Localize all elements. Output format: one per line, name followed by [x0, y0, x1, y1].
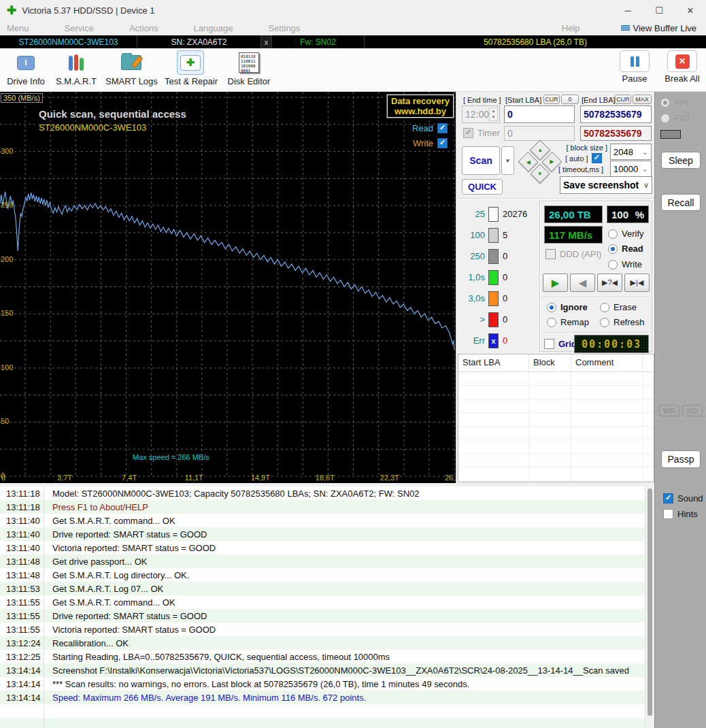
passport-close-button[interactable]: x — [261, 35, 272, 48]
table-row — [458, 427, 654, 440]
end-lba-cur-button[interactable]: CUR — [615, 95, 631, 104]
x-axis-tick: 14,9T — [251, 474, 270, 482]
sound-checkbox-row[interactable]: Sound — [663, 493, 703, 503]
title-bar: ✚ Victoria 5.37 HDD/SSD | Device 1 ─ ☐ ✕ — [0, 0, 706, 20]
recall-button[interactable]: Recall — [661, 194, 701, 211]
pause-button[interactable]: Pause — [611, 50, 658, 84]
smart-logs-button[interactable]: SMART Logs — [105, 50, 157, 86]
log-row-empty — [0, 718, 645, 728]
end-time-spinner[interactable]: 12:00 ▲▼ — [462, 105, 500, 123]
api-radio[interactable] — [660, 98, 670, 107]
hints-checkbox-row[interactable]: Hints — [663, 509, 698, 519]
seek-pad[interactable]: ▲ ▶ ◀ ▼ — [519, 141, 562, 184]
seek-end-button[interactable]: ▶|◀ — [624, 274, 650, 292]
toolbar: i Drive Info S.M.A.R.T SMART Logs ✚ Test… — [0, 48, 706, 92]
table-header-block[interactable]: Block — [529, 354, 571, 371]
end-lba-input[interactable]: 50782535679 — [580, 105, 652, 123]
ignore-radio-row[interactable]: Ignore — [547, 302, 588, 312]
drive-info-button[interactable]: i Drive Info — [0, 50, 52, 86]
maximize-button[interactable]: ☐ — [643, 0, 675, 20]
sound-checkbox[interactable] — [663, 493, 673, 503]
log-message: Get S.M.A.R.T. command... OK — [44, 595, 645, 609]
ddd-checkbox-row[interactable]: DDD (API) — [545, 249, 601, 259]
timeout-combo[interactable]: 10000⌄ — [610, 161, 652, 177]
transport-buttons: ▶ ◀ ▶?◀ ▶|◀ — [543, 274, 650, 292]
table-cell — [643, 427, 654, 440]
auto-checkbox[interactable] — [592, 153, 602, 163]
play-back-button[interactable]: ◀ — [570, 274, 595, 292]
api-radio-row[interactable]: API — [660, 97, 688, 107]
pio-radio-row[interactable]: PIO — [660, 113, 689, 123]
block-size-combo[interactable]: 2048⌄ — [610, 144, 652, 160]
log-row: 13:14:14*** Scan results: no warnings, n… — [0, 677, 645, 691]
passp-button[interactable]: Passp — [661, 450, 701, 468]
scan-dropdown-button[interactable]: ▼ — [501, 146, 514, 175]
start-lba-input[interactable]: 0 — [504, 105, 575, 123]
log-message: Get S.M.A.R.T. Log 07... OK — [44, 582, 645, 595]
menu-item-help[interactable]: Help — [562, 23, 580, 33]
minimize-button[interactable]: ─ — [612, 0, 643, 20]
verify-radio[interactable] — [608, 229, 618, 239]
quick-button[interactable]: QUICK — [462, 179, 503, 195]
read-radio-row[interactable]: Read — [608, 244, 643, 254]
log-time: 13:14:14 — [0, 679, 44, 689]
break-all-button[interactable]: ✕ Break All — [658, 50, 706, 84]
read-legend-checkbox[interactable] — [437, 123, 448, 133]
ignore-radio[interactable] — [547, 303, 556, 312]
menu-item-language[interactable]: Language — [194, 23, 233, 33]
rd-button[interactable]: RD — [682, 405, 703, 416]
start-lba-zero-button[interactable]: 0 — [561, 95, 579, 104]
log-time: 13:11:55 — [0, 597, 44, 608]
table-cell — [571, 427, 643, 440]
timer-checkbox-row[interactable]: Timer — [463, 128, 500, 138]
ddd-checkbox[interactable] — [545, 249, 556, 259]
play-forward-button[interactable]: ▶ — [543, 274, 568, 292]
table-header-start-lba[interactable]: Start LBA — [458, 354, 529, 371]
spinner-arrows-icon[interactable]: ▲▼ — [489, 107, 498, 121]
erase-radio[interactable] — [600, 303, 609, 312]
smart-button[interactable]: S.M.A.R.T — [50, 50, 102, 86]
log-row: 13:11:55Get S.M.A.R.T. command... OK — [0, 595, 645, 609]
menu-item-actions[interactable]: Actions — [129, 23, 158, 33]
write-radio-row[interactable]: Write — [608, 259, 642, 269]
menu-item-service[interactable]: Service — [65, 23, 94, 33]
timer-checkbox[interactable] — [463, 128, 473, 138]
menu-bar: MenuServiceActionsLanguageSettings Help … — [0, 20, 706, 35]
seek-question-button[interactable]: ▶?◀ — [597, 274, 622, 292]
scrollbar-thumb[interactable] — [648, 489, 652, 716]
capacity-display: 26,00 TB — [544, 205, 603, 223]
erase-radio-row[interactable]: Erase — [600, 302, 637, 312]
wr-button[interactable]: WR — [659, 405, 679, 416]
write-radio[interactable] — [608, 260, 618, 269]
refresh-radio[interactable] — [600, 318, 609, 327]
scan-button[interactable]: Scan — [462, 146, 500, 175]
view-buffer-live-button[interactable]: View Buffer Live — [621, 23, 696, 33]
log-message — [44, 704, 645, 718]
menu-item-menu[interactable]: Menu — [7, 23, 29, 33]
sleep-button[interactable]: Sleep — [661, 152, 701, 169]
write-legend-checkbox[interactable] — [437, 138, 448, 148]
end-lba-max-button[interactable]: MAX — [633, 95, 652, 104]
end-lba-label: [End LBA] — [582, 96, 616, 104]
table-header-comment[interactable]: Comment — [571, 354, 643, 371]
remap-radio[interactable] — [547, 318, 556, 327]
verify-radio-row[interactable]: Verify — [608, 229, 644, 239]
pio-radio[interactable] — [660, 114, 670, 123]
save-screenshot-combo[interactable]: Save screenshot∨ — [560, 176, 652, 194]
remap-radio-row[interactable]: Remap — [547, 317, 589, 327]
disk-editor-button[interactable]: 0101101100111010000001 Disk Editor — [223, 50, 275, 86]
hints-checkbox[interactable] — [663, 509, 673, 519]
timer-value-field[interactable]: 0 — [504, 126, 575, 141]
close-button[interactable]: ✕ — [675, 0, 706, 20]
read-radio[interactable] — [608, 244, 618, 254]
log-scrollbar[interactable] — [645, 486, 654, 728]
start-lba-cur-button[interactable]: CUR — [543, 95, 560, 104]
binary-sheet-icon: 0101101100111010000001 — [239, 52, 259, 73]
refresh-radio-row[interactable]: Refresh — [600, 317, 645, 327]
grid-checkbox[interactable] — [544, 339, 554, 349]
status-group: 26,00 TB 100% 117 MB/s Verify Read Write… — [539, 201, 652, 352]
menu-item-settings[interactable]: Settings — [268, 23, 300, 33]
test-repair-button[interactable]: ✚ Test & Repair — [165, 50, 216, 86]
grid-checkbox-row[interactable]: Grid — [544, 339, 577, 349]
log-row: 13:11:40Drive reported: SMART status = G… — [0, 527, 645, 541]
